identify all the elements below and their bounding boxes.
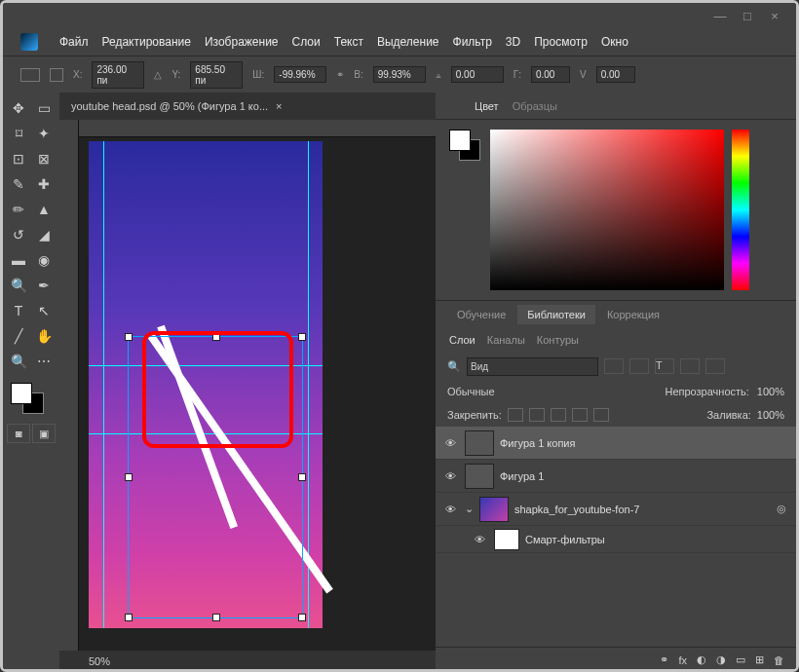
fx-icon[interactable]: fx (678, 654, 687, 666)
more-tool-icon[interactable]: ⋯ (32, 350, 56, 373)
h-field[interactable]: 99.93% (373, 66, 426, 83)
hand-tool-icon[interactable]: ✋ (32, 324, 56, 348)
link-icon[interactable]: ⚭ (336, 69, 344, 80)
w-field[interactable]: -99.96% (274, 66, 326, 83)
adjustment-icon[interactable]: ◑ (716, 653, 726, 666)
layer-thumbnail[interactable] (465, 464, 494, 489)
menu-filter[interactable]: Фильтр (453, 35, 492, 49)
move-tool-icon[interactable]: ✥ (7, 96, 30, 120)
tab-swatches[interactable]: Образцы (513, 100, 557, 112)
marquee-tool-icon[interactable]: ▭ (32, 96, 56, 120)
tab-libraries[interactable]: Библиотеки (517, 305, 595, 324)
filter-type-icon[interactable]: T (655, 358, 674, 374)
tab-paths[interactable]: Контуры (537, 334, 579, 346)
tab-channels[interactable]: Каналы (487, 334, 525, 346)
menu-layers[interactable]: Слои (292, 35, 321, 49)
mask-icon[interactable]: ◐ (697, 653, 706, 666)
filter-image-icon[interactable] (604, 358, 624, 374)
layer-row[interactable]: 👁 Фигура 1 копия (436, 427, 796, 460)
color-swatches[interactable] (7, 381, 56, 416)
menu-text[interactable]: Текст (334, 35, 363, 49)
layer-thumbnail[interactable] (465, 430, 494, 456)
menu-3d[interactable]: 3D (506, 35, 520, 49)
color-picker[interactable] (490, 130, 724, 290)
lock-all-icon[interactable] (593, 408, 609, 422)
filter-adjust-icon[interactable] (629, 358, 649, 374)
lock-paint-icon[interactable] (529, 408, 545, 422)
angle-field[interactable]: 0.00 (451, 66, 504, 83)
hue-slider[interactable] (732, 130, 749, 290)
close-tab-icon[interactable]: × (276, 100, 282, 112)
layer-thumbnail[interactable] (479, 497, 509, 522)
menu-window[interactable]: Окно (601, 35, 628, 49)
document-tab[interactable]: youtube head.psd @ 50% (Фигура 1 ко... × (59, 93, 436, 120)
filter-shape-icon[interactable] (680, 358, 700, 374)
expand-icon[interactable]: ⌄ (465, 503, 474, 515)
g-field[interactable]: 0.00 (531, 66, 570, 83)
eraser-tool-icon[interactable]: ◢ (32, 223, 56, 246)
minimize-button[interactable]: — (706, 9, 734, 23)
new-layer-icon[interactable]: ⊞ (755, 653, 764, 666)
close-window-button[interactable]: × (761, 9, 788, 23)
layer-row[interactable]: 👁 Смарт-фильтры (436, 526, 796, 553)
x-field[interactable]: 236.00 пи (92, 61, 144, 89)
zoom-tool-icon[interactable]: 🔍 (7, 350, 30, 373)
fill-value[interactable]: 100% (757, 409, 784, 421)
ruler-horizontal[interactable] (79, 120, 436, 137)
eyedropper-tool-icon[interactable]: ✎ (7, 172, 30, 196)
transform-icon[interactable] (20, 68, 40, 82)
lock-artboard-icon[interactable] (572, 408, 588, 422)
visibility-icon[interactable]: 👁 (445, 470, 459, 482)
brush-tool-icon[interactable]: ✏ (7, 198, 30, 221)
group-icon[interactable]: ▭ (736, 653, 745, 666)
wand-tool-icon[interactable]: ✦ (32, 122, 56, 145)
delete-icon[interactable]: 🗑 (774, 654, 784, 666)
visibility-icon[interactable]: 👁 (445, 504, 459, 515)
transform-handle[interactable] (212, 614, 220, 621)
link-layers-icon[interactable]: ⚭ (660, 653, 668, 666)
ref-point-icon[interactable] (50, 68, 63, 82)
transform-handle[interactable] (125, 614, 133, 621)
blur-tool-icon[interactable]: ◉ (32, 248, 56, 272)
maximize-button[interactable]: □ (734, 9, 761, 23)
filter-mask-thumbnail[interactable] (494, 529, 519, 550)
visibility-icon[interactable]: 👁 (475, 534, 488, 545)
canvas[interactable] (89, 141, 323, 628)
menu-file[interactable]: Файл (59, 35, 89, 49)
gradient-tool-icon[interactable]: ▬ (7, 248, 30, 272)
layer-filter-input[interactable] (467, 357, 598, 376)
layer-row[interactable]: 👁 Фигура 1 (436, 460, 796, 493)
tab-adjust[interactable]: Коррекция (597, 305, 669, 324)
menu-image[interactable]: Изображение (205, 35, 279, 49)
layer-row[interactable]: 👁 ⌄ shapka_for_youtube-fon-7 ◎ (436, 493, 796, 526)
tab-layers[interactable]: Слои (449, 334, 476, 346)
fg-bg-swatch[interactable] (449, 130, 482, 163)
history-tool-icon[interactable]: ↺ (7, 223, 30, 246)
v-field[interactable]: 0.00 (596, 66, 635, 83)
menu-select[interactable]: Выделение (377, 35, 439, 49)
ruler-vertical[interactable] (59, 120, 79, 651)
dodge-tool-icon[interactable]: 🔍 (7, 274, 30, 297)
transform-handle[interactable] (125, 473, 133, 481)
transform-handle[interactable] (298, 614, 306, 621)
pen-tool-icon[interactable]: ✒ (32, 274, 56, 297)
crop-tool-icon[interactable]: ⊡ (7, 147, 30, 170)
path-tool-icon[interactable]: ↖ (32, 299, 56, 322)
filter-smart-icon[interactable] (705, 358, 725, 374)
line-tool-icon[interactable]: ╱ (7, 324, 30, 348)
zoom-level[interactable]: 50% (89, 655, 110, 667)
frame-tool-icon[interactable]: ⊠ (32, 147, 56, 170)
lasso-tool-icon[interactable]: ⌑ (7, 122, 30, 145)
transform-handle[interactable] (298, 473, 306, 481)
guide-vertical[interactable] (103, 141, 104, 628)
heal-tool-icon[interactable]: ✚ (32, 172, 56, 196)
transform-handle[interactable] (298, 333, 306, 341)
blend-mode[interactable]: Обычные (447, 386, 495, 397)
opacity-value[interactable]: 100% (757, 386, 784, 397)
lock-move-icon[interactable] (551, 408, 566, 422)
tab-learn[interactable]: Обучение (447, 305, 515, 324)
lock-transparent-icon[interactable] (508, 408, 523, 422)
y-field[interactable]: 685.50 пи (190, 61, 243, 89)
menu-edit[interactable]: Редактирование (102, 35, 191, 49)
screenmode-icon[interactable]: ▣ (32, 424, 56, 443)
